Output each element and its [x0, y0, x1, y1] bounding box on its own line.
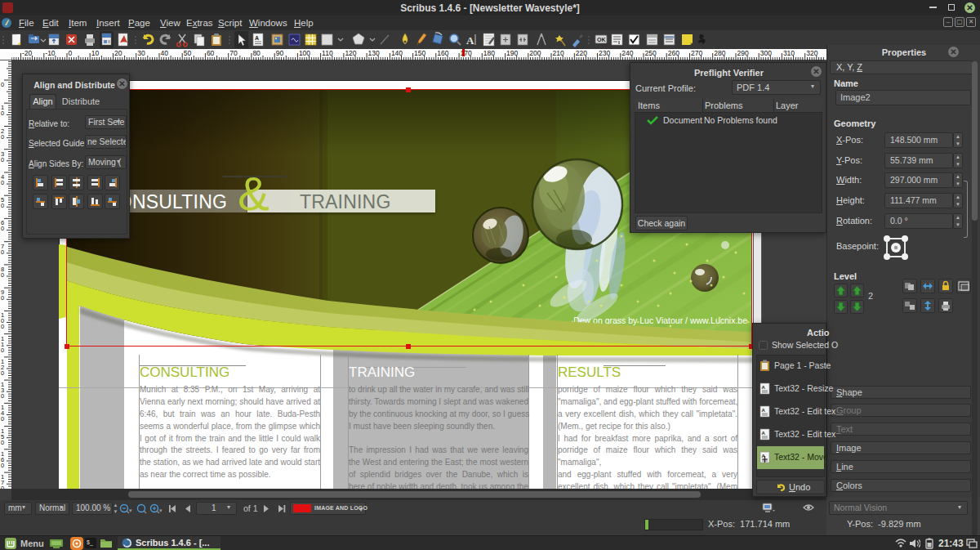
svg-text:50: 50 — [184, 49, 192, 57]
svg-text:0: 0 — [1, 485, 4, 489]
svg-text:0: 0 — [1, 81, 4, 88]
svg-text:0: 0 — [1, 225, 4, 232]
svg-text:0: 0 — [1, 248, 4, 256]
svg-text:80: 80 — [252, 49, 261, 57]
svg-text:0: 0 — [1, 110, 4, 117]
svg-text:0: 0 — [1, 294, 4, 302]
svg-text:1: 1 — [140, 506, 143, 512]
svg-text:0: 0 — [1, 156, 4, 163]
svg-text:0: 0 — [1, 439, 4, 446]
svg-text:A: A — [255, 35, 259, 41]
svg-text:-10: -10 — [45, 49, 56, 57]
svg-text:0: 0 — [1, 347, 4, 354]
svg-text:0: 0 — [1, 271, 4, 279]
svg-text:40: 40 — [161, 49, 169, 57]
svg-text:-20: -20 — [22, 49, 33, 57]
svg-text:20: 20 — [114, 49, 122, 57]
svg-text:A: A — [762, 431, 766, 436]
svg-text:30: 30 — [137, 49, 145, 57]
svg-text:0: 0 — [1, 415, 4, 423]
svg-text:0: 0 — [1, 133, 4, 141]
svg-text:10: 10 — [91, 49, 100, 57]
svg-text:0: 0 — [1, 202, 4, 209]
svg-text:70: 70 — [229, 49, 238, 57]
svg-text:A: A — [466, 34, 474, 47]
svg-text:110: 110 — [322, 49, 333, 57]
svg-text:60: 60 — [207, 49, 215, 57]
svg-text:0: 0 — [1, 323, 4, 330]
svg-text:A: A — [762, 385, 766, 390]
svg-text:0: 0 — [69, 49, 73, 57]
svg-text:A: A — [762, 408, 766, 413]
svg-text:90: 90 — [276, 49, 284, 57]
svg-text:OK: OK — [597, 37, 606, 42]
svg-text:0: 0 — [1, 179, 4, 186]
svg-text:0: 0 — [1, 392, 4, 400]
svg-text:0: 0 — [1, 462, 4, 469]
svg-text:0: 0 — [1, 369, 4, 377]
